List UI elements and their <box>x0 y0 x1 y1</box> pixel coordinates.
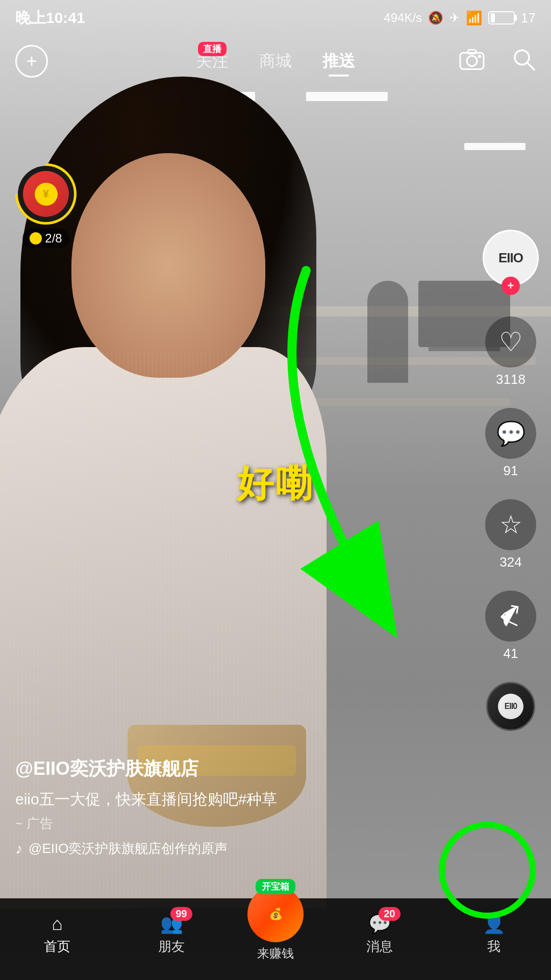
friends-label: 朋友 <box>158 938 185 955</box>
subtitle-area: 好嘞 <box>237 459 314 508</box>
music-disc-inner: EII0 <box>498 694 523 719</box>
ceiling-light <box>306 92 388 101</box>
messages-label: 消息 <box>366 938 393 955</box>
music-text: @EIIO奕沃护肤旗舰店创作的原声 <box>29 840 228 857</box>
action-buttons: EIIO + ♡ 3118 💬 91 ☆ 324 <box>483 230 539 731</box>
subtitle-text: 好嘞 <box>237 463 314 504</box>
follow-button[interactable]: + <box>502 277 520 295</box>
hongbao-coin: ¥ <box>35 183 58 206</box>
comment-button[interactable]: 💬 <box>485 408 536 459</box>
profile-label: 我 <box>487 938 500 955</box>
add-button[interactable]: + <box>15 45 48 78</box>
creator-name-short: EIIO <box>498 250 523 266</box>
svg-rect-2 <box>468 50 476 54</box>
nav-camera-button[interactable] <box>459 48 485 75</box>
svg-point-1 <box>467 56 477 66</box>
bottom-nav-friends[interactable]: 👥 99 朋友 <box>133 913 210 955</box>
hongbao-icon: ¥ <box>23 171 69 217</box>
bg-person <box>367 281 408 383</box>
battery-pct: 17 <box>521 10 536 26</box>
nav-item-shop[interactable]: 商城 <box>259 50 292 72</box>
like-count: 3118 <box>496 372 525 387</box>
caption-text: eiio五一大促，快来直播间抢购吧#种草 <box>15 788 449 811</box>
hongbao-button[interactable]: ¥ <box>15 163 77 225</box>
no-disturb-icon: 🔕 <box>428 11 443 25</box>
battery-tip <box>515 15 517 21</box>
friends-badge: 99 <box>170 907 192 921</box>
svg-point-3 <box>478 55 481 58</box>
bottom-nav-earn[interactable]: 开宝箱 💰 来赚钱 <box>247 886 304 962</box>
nav-search-button[interactable] <box>511 47 536 76</box>
flight-icon: ✈ <box>449 11 460 25</box>
earn-label: 来赚钱 <box>257 945 294 962</box>
favorite-count: 324 <box>499 554 521 570</box>
hongbao-count: 2/8 <box>22 229 69 248</box>
live-badge: 直播 <box>198 42 227 56</box>
messages-badge-container: 💬 20 <box>368 913 391 935</box>
ceiling-light <box>153 92 255 101</box>
nav-bar: + 直播 关注 商城 推送 <box>0 36 551 87</box>
kaibao-badge: 开宝箱 <box>256 879 295 894</box>
tiktok-icon: ♪ <box>15 841 22 857</box>
status-bar: 晚上10:41 494K/s 🔕 ✈ 📶 17 <box>0 0 551 36</box>
like-action[interactable]: ♡ 3118 <box>485 316 536 387</box>
messages-badge: 20 <box>379 907 400 921</box>
hongbao-widget[interactable]: ¥ 2/8 <box>15 163 77 248</box>
earn-button[interactable]: 开宝箱 💰 <box>247 886 304 942</box>
svg-line-5 <box>527 63 534 70</box>
creator-section: EIIO + <box>483 230 539 286</box>
heart-icon: ♡ <box>499 327 523 357</box>
comment-action[interactable]: 💬 91 <box>485 408 536 479</box>
status-right: 494K/s 🔕 ✈ 📶 17 <box>384 10 536 26</box>
share-icon <box>497 603 524 629</box>
add-icon: + <box>26 51 37 72</box>
earn-icon-text: 💰 <box>269 908 283 921</box>
nav-item-following[interactable]: 直播 关注 <box>196 50 229 72</box>
ceiling-light <box>464 143 525 150</box>
battery <box>488 11 515 24</box>
caption-area: @EIIO奕沃护肤旗舰店 eiio五一大促，快来直播间抢购吧#种草 ~ 广告 ♪… <box>15 756 449 857</box>
share-action[interactable]: 41 <box>485 591 536 662</box>
comment-count: 91 <box>504 463 518 479</box>
home-icon: ⌂ <box>52 913 63 935</box>
bottom-nav-messages[interactable]: 💬 20 消息 <box>341 913 418 955</box>
caption-ad-label: ~ 广告 <box>15 815 449 832</box>
bottom-nav: ⌂ 首页 👥 99 朋友 开宝箱 💰 来赚钱 💬 20 消息 👤 我 <box>0 898 551 980</box>
comment-icon: 💬 <box>496 420 525 447</box>
wifi-icon: 📶 <box>466 10 482 26</box>
favorite-action[interactable]: ☆ 324 <box>485 499 536 570</box>
caption-music[interactable]: ♪ @EIIO奕沃护肤旗舰店创作的原声 <box>15 840 449 857</box>
battery-fill <box>491 13 495 22</box>
network-speed: 494K/s <box>384 11 422 25</box>
search-icon <box>511 47 536 71</box>
camera-icon <box>459 48 485 70</box>
gold-coin-icon <box>30 232 42 244</box>
bottom-nav-profile[interactable]: 👤 我 <box>456 913 532 955</box>
music-disc[interactable]: EII0 <box>486 682 535 731</box>
like-button[interactable]: ♡ <box>485 316 536 368</box>
desk <box>255 398 510 406</box>
profile-icon: 👤 <box>483 913 506 935</box>
caption-username[interactable]: @EIIO奕沃护肤旗舰店 <box>15 756 449 781</box>
nav-item-recommend[interactable]: 推送 <box>322 50 355 72</box>
share-count: 41 <box>504 646 518 662</box>
favorite-button[interactable]: ☆ <box>485 499 536 550</box>
star-icon: ☆ <box>499 510 522 540</box>
share-button[interactable] <box>485 591 536 642</box>
bottom-nav-home[interactable]: ⌂ 首页 <box>19 913 95 955</box>
clock: 晚上10:41 <box>15 8 85 29</box>
home-label: 首页 <box>44 938 70 955</box>
friends-badge-container: 👥 99 <box>160 913 183 935</box>
